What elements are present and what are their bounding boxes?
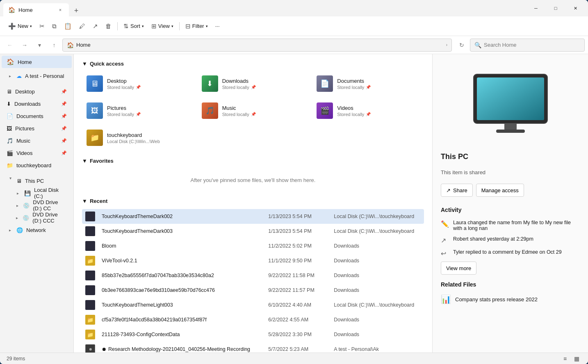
delete-button[interactable]: 🗑 <box>102 19 115 33</box>
tab-area: 🏠 Home × + <box>3 0 522 16</box>
sort-button[interactable]: ⇅ Sort ▾ <box>120 19 147 33</box>
qa-item-music[interactable]: 🎵 Music Stored locally 📌 <box>197 99 309 123</box>
sidebar-item-pictures[interactable]: 🖼 Pictures 📌 <box>2 122 72 134</box>
recent-locations-button[interactable]: ▾ <box>33 39 46 52</box>
qa-desktop-name: Desktop <box>107 78 141 84</box>
paste-button[interactable]: 📋 <box>61 19 75 33</box>
qa-pictures-sublabel: Stored locally <box>107 112 134 117</box>
table-row[interactable]: 📁 cf5a73fe0f1f4a0cd58a38b04219a0167354f8… <box>82 312 424 327</box>
recent-file-location: Local Disk (C:)\Wi...\touchkeyboard <box>330 209 424 224</box>
sidebar-network-label: Network <box>26 227 46 233</box>
a-test-expander-icon: ▸ <box>7 73 13 79</box>
panel-title: This PC <box>441 152 580 161</box>
recent-file-date: 9/22/2022 11:58 PM <box>265 268 330 283</box>
sidebar-item-downloads[interactable]: ⬇ Downloads 📌 <box>2 98 72 110</box>
filter-button[interactable]: ⊟ Filter ▾ <box>182 19 211 33</box>
local-disk-expander-icon: ▸ <box>15 190 21 196</box>
more-button[interactable]: ··· <box>212 19 223 33</box>
related-file-item-0[interactable]: 📊 Company stats press release 2022 <box>441 292 580 307</box>
maximize-button[interactable]: □ <box>546 2 565 15</box>
home-icon: 🏠 <box>7 58 14 66</box>
search-box[interactable]: 🔍 <box>470 39 585 52</box>
forward-button[interactable]: → <box>18 39 31 52</box>
music-pin-icon: 📌 <box>61 138 67 143</box>
qa-item-videos[interactable]: 🎬 Videos Stored locally 📌 <box>312 99 424 123</box>
new-tab-icon: + <box>74 7 79 15</box>
sidebar-item-dvd-cc[interactable]: ▸ 💿 DVD Drive (D:) CC <box>2 199 72 212</box>
network-icon: 🌐 <box>16 227 23 233</box>
qa-music-icon: 🎵 <box>202 102 218 119</box>
qa-item-pictures[interactable]: 🖼 Pictures Stored locally 📌 <box>82 99 194 123</box>
right-panel: This PC This item is shared ↗ Share Mana… <box>432 54 588 353</box>
sidebar-item-local-disk[interactable]: ▸ 💾 Local Disk (C:) <box>2 187 72 199</box>
copy-button[interactable]: ⧉ <box>49 19 60 33</box>
manage-access-button[interactable]: Manage access <box>476 184 524 197</box>
cut-button[interactable]: ✂ <box>36 19 48 33</box>
table-row[interactable]: 0b3ee7663893cae76e9bd310aee59b70d76cc476… <box>82 283 424 298</box>
table-row[interactable]: Bloom 11/2/2022 5:02 PM Downloads <box>82 239 424 253</box>
recent-header[interactable]: ▼ Recent <box>82 198 424 204</box>
statusbar-view-controls: ≡ ▦ <box>560 354 581 364</box>
activity-item-1: ↗ Robert shared yesterday at 2:29pm <box>441 234 580 247</box>
share-panel-button[interactable]: ↗ Share <box>441 184 473 197</box>
sidebar-videos-label: Videos <box>16 150 33 156</box>
favorites-header[interactable]: ▼ Favorites <box>82 158 424 164</box>
sidebar-item-home[interactable]: 🏠 Home <box>2 56 72 68</box>
sidebar-item-a-test[interactable]: ▸ ☁ A test - Personal <box>2 70 72 82</box>
table-row[interactable]: 📁 ViVeTool-v0.2.1 11/1/2022 9:50 PM Down… <box>82 253 424 268</box>
recent-table: TouchKeyboardThemeDark002 1/13/2023 5:54… <box>82 209 424 353</box>
quick-access-title: Quick access <box>90 61 124 67</box>
share-button[interactable]: ↗ <box>89 19 101 33</box>
address-box[interactable]: 🏠 Home › <box>62 39 452 52</box>
sidebar-item-desktop[interactable]: 🖥 Desktop 📌 <box>2 85 72 98</box>
quick-access-header[interactable]: ▼ Quick access <box>82 61 424 67</box>
dvd-cc-expander-icon: ▸ <box>15 202 20 209</box>
new-button[interactable]: ➕ New ▾ <box>5 19 35 33</box>
new-label: New <box>18 23 28 29</box>
table-row[interactable]: TouchKeyboardThemeDark002 1/13/2023 5:54… <box>82 209 424 224</box>
table-row[interactable]: 85bb37e2ba65556f7da07047bab330e3534c80a2… <box>82 268 424 283</box>
qa-desktop-info: Desktop Stored locally 📌 <box>107 78 141 90</box>
qa-item-downloads[interactable]: ⬇ Downloads Stored locally 📌 <box>197 72 309 96</box>
sidebar-item-dvd-ccc[interactable]: ▸ 💿 DVD Drive (D:) CCC <box>2 212 72 224</box>
grid-view-button[interactable]: ▦ <box>572 354 581 364</box>
tab-home[interactable]: 🏠 Home × <box>3 3 69 16</box>
sidebar-item-this-pc[interactable]: ▸ 🖥 This PC <box>2 175 72 187</box>
table-row[interactable]: 📁 211128-73493-ConfigContextData 5/28/20… <box>82 327 424 342</box>
view-more-button[interactable]: View more <box>441 262 476 275</box>
recent-file-date: 9/22/2022 11:57 PM <box>265 283 330 298</box>
list-view-button[interactable]: ≡ <box>560 354 570 364</box>
qa-item-touchkeyboard[interactable]: 📁 touchkeyboard Local Disk (C:)\Win...\W… <box>82 126 194 150</box>
recent-file-date: 11/2/2022 5:02 PM <box>265 239 330 253</box>
sidebar-item-touchkeyboard[interactable]: 📁 touchkeyboard <box>2 159 72 171</box>
close-button[interactable]: ✕ <box>566 2 585 15</box>
back-button[interactable]: ← <box>3 39 16 52</box>
qa-item-desktop[interactable]: 🖥 Desktop Stored locally 📌 <box>82 72 194 96</box>
sidebar-home-label: Home <box>18 59 32 65</box>
documents-icon: 📄 <box>7 113 13 119</box>
sidebar-touchkeyboard-label: touchkeyboard <box>16 162 51 168</box>
qa-music-info: Music Stored locally 📌 <box>222 105 256 117</box>
up-button[interactable]: ↑ <box>48 39 61 52</box>
qa-documents-sublabel: Stored locally <box>337 85 364 90</box>
table-row[interactable]: TouchKeyboardThemeDark003 1/13/2023 5:54… <box>82 224 424 239</box>
manage-access-label: Manage access <box>481 187 519 193</box>
view-button[interactable]: ⊞ View ▾ <box>148 19 177 33</box>
search-input[interactable] <box>484 42 580 48</box>
qa-videos-info: Videos Stored locally 📌 <box>337 105 371 117</box>
new-tab-button[interactable]: + <box>71 5 82 16</box>
refresh-button[interactable]: ↻ <box>455 39 468 52</box>
qa-item-documents[interactable]: 📄 Documents Stored locally 📌 <box>312 72 424 96</box>
sidebar-item-videos[interactable]: 🎬 Videos 📌 <box>2 147 72 159</box>
related-files-title: Related Files <box>441 281 580 288</box>
sidebar-item-documents[interactable]: 📄 Documents 📌 <box>2 110 72 122</box>
sidebar-item-music[interactable]: 🎵 Music 📌 <box>2 134 72 147</box>
table-row[interactable]: ⏺ ⏺Research Methodology-20210401_040256-… <box>82 342 424 353</box>
filter-label: Filter <box>192 23 204 29</box>
rename-button[interactable]: 🖊 <box>76 19 89 33</box>
qa-desktop-sublabel: Stored locally <box>107 85 134 90</box>
sidebar-item-network[interactable]: ▸ 🌐 Network <box>2 224 72 236</box>
minimize-button[interactable]: ─ <box>526 2 545 15</box>
tab-close-button[interactable]: × <box>57 6 64 14</box>
table-row[interactable]: TouchKeyboardThemeLight003 6/10/2022 4:4… <box>82 298 424 312</box>
